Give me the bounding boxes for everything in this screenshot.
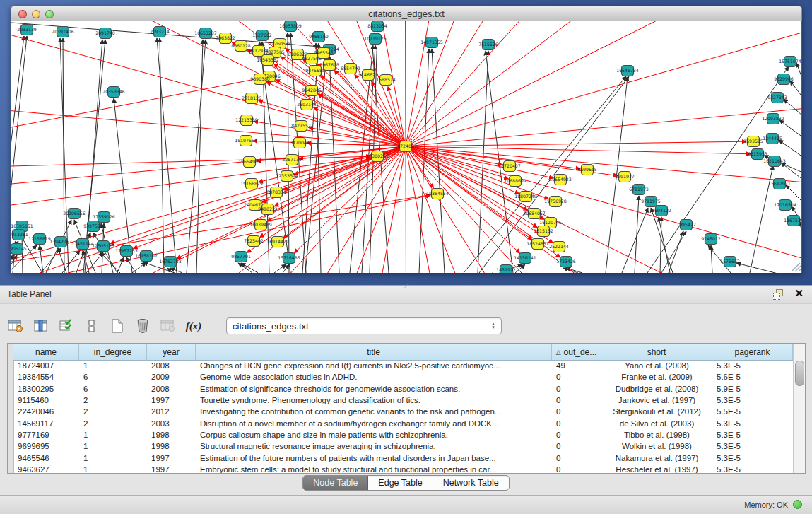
table-cell[interactable]: 9463627 [13, 465, 79, 473]
table-cell[interactable]: 1 [79, 442, 147, 450]
table-cell[interactable]: Nakamura et al. (1997) [601, 454, 712, 462]
table-cell[interactable]: 1998 [147, 442, 196, 450]
table-cell[interactable]: Investigating the contribution of common… [196, 407, 552, 416]
table-cell[interactable]: 9465546 [13, 454, 79, 462]
table-cell[interactable]: 5.3E-5 [712, 361, 793, 370]
table-cell[interactable]: 18724007 [13, 361, 79, 370]
table-row[interactable]: 2242004622012Investigating the contribut… [13, 406, 793, 417]
column-header-year[interactable]: year [147, 344, 196, 360]
table-cell[interactable]: Tibbo et al. (1998) [601, 431, 712, 439]
table-cell[interactable]: Structural magnetic resonance image aver… [196, 442, 552, 450]
table-cell[interactable]: 0 [552, 442, 601, 450]
table-cell[interactable]: 0 [552, 454, 601, 462]
table-cell[interactable]: 22420046 [13, 407, 79, 416]
table-cell[interactable]: Tourette syndrome. Phenomenology and cla… [196, 396, 552, 404]
table-cell[interactable]: 5.5E-5 [712, 407, 793, 416]
float-panel-icon[interactable] [773, 289, 784, 299]
table-cell[interactable]: 2008 [147, 361, 196, 370]
table-cell[interactable]: 9115460 [13, 396, 79, 404]
tab-edge-table[interactable]: Edge Table [368, 476, 433, 490]
table-cell[interactable]: 0 [552, 396, 601, 404]
column-header-pagerank[interactable]: pagerank [712, 344, 793, 360]
table-cell[interactable]: 0 [552, 419, 601, 428]
table-cell[interactable]: Wolkin et al. (1998) [601, 442, 712, 450]
memory-ok-icon[interactable] [793, 500, 802, 509]
table-cell[interactable]: 9777169 [13, 431, 79, 439]
table-cell[interactable]: 2009 [147, 373, 196, 381]
table-cell[interactable]: Hescheler et al. (1997) [601, 465, 712, 473]
column-header-out_de[interactable]: △out_de... [552, 344, 601, 360]
table-cell[interactable]: 1 [79, 454, 147, 462]
table-cell[interactable]: 2003 [147, 419, 196, 428]
table-cell[interactable]: 9699695 [13, 442, 79, 450]
table-cell[interactable]: 1 [79, 431, 147, 439]
table-row[interactable]: 1830029562008Estimation of significance … [13, 383, 793, 395]
table-cell[interactable]: Genome-wide association studies in ADHD. [196, 373, 552, 381]
table-row[interactable]: 946554611997Estimation of the future num… [13, 452, 793, 463]
table-cell[interactable]: Stergiakouli et al. (2012) [601, 407, 712, 416]
table-cell[interactable]: Embryonic stem cells: a model to study s… [196, 465, 552, 473]
table-row[interactable]: 946362711997Embryonic stem cells: a mode… [13, 464, 793, 473]
table-cell[interactable]: Yano et al. (2008) [601, 361, 712, 370]
table-scrollbar[interactable] [793, 344, 805, 473]
table-cell[interactable]: Estimation of the future numbers of pati… [196, 454, 552, 462]
table-cell[interactable]: 0 [552, 465, 601, 473]
table-row[interactable]: 911546021997Tourette syndrome. Phenomeno… [13, 395, 793, 406]
table-cell[interactable]: 5.3E-5 [712, 419, 793, 428]
table-cell[interactable]: 5.3E-5 [712, 442, 793, 450]
new-table-icon[interactable] [109, 317, 126, 334]
tab-node-table[interactable]: Node Table [303, 476, 368, 490]
table-cell[interactable]: Estimation of significance thresholds fo… [196, 385, 552, 393]
table-cell[interactable]: 6 [79, 373, 147, 381]
table-cell[interactable]: 1997 [147, 396, 196, 404]
column-header-in_degree[interactable]: in_degree [79, 344, 147, 360]
table-cell[interactable]: 0 [552, 431, 601, 439]
column-header-name[interactable]: name [13, 344, 79, 360]
close-panel-icon[interactable]: ✕ [794, 287, 804, 300]
table-cell[interactable]: 0 [552, 373, 601, 381]
table-cell[interactable]: 2012 [147, 407, 196, 416]
table-cell[interactable]: 2008 [147, 385, 196, 393]
table-cell[interactable]: 0 [552, 407, 601, 416]
table-cell[interactable]: Franke et al. (2009) [601, 373, 712, 381]
import-table-icon[interactable] [160, 317, 177, 334]
table-row[interactable]: 969969511998Structural magnetic resonanc… [13, 440, 793, 452]
network-canvas[interactable]: 2033139203914062091740209371410653287152… [11, 21, 802, 273]
table-cell[interactable]: 1 [79, 465, 147, 473]
table-cell[interactable]: 14569117 [13, 419, 79, 428]
table-cell[interactable]: 5.3E-5 [712, 465, 793, 473]
table-cell[interactable]: 5.9E-5 [712, 385, 793, 393]
panel-split-grip[interactable]: ⟋ [404, 283, 413, 289]
table-cell[interactable]: 1997 [147, 454, 196, 462]
column-header-title[interactable]: title [196, 344, 552, 360]
table-cell[interactable]: Disruption of a novel member of a sodium… [196, 419, 552, 428]
table-cell[interactable]: 19384554 [13, 373, 79, 381]
table-row[interactable]: 977716911998Corpus callosum shape and si… [13, 429, 793, 440]
column-header-short[interactable]: short [601, 344, 712, 360]
scrollbar-thumb[interactable] [795, 361, 804, 386]
row-height-icon[interactable] [83, 317, 100, 334]
table-cell[interactable]: 5.3E-5 [712, 431, 793, 439]
show-column-icon[interactable] [33, 317, 49, 334]
table-cell[interactable]: 1 [79, 361, 147, 370]
table-cell[interactable]: Corpus callosum shape and size in male p… [196, 431, 552, 439]
table-cell[interactable]: 49 [552, 361, 601, 370]
table-cell[interactable]: 1998 [147, 431, 196, 439]
table-cell[interactable]: 18300295 [13, 385, 79, 393]
table-cell[interactable]: 1997 [147, 465, 196, 473]
table-cell[interactable]: de Silva et al. (2003) [601, 419, 712, 428]
table-row[interactable]: 1456911722003Disruption of a novel membe… [13, 417, 793, 428]
select-columns-icon[interactable] [58, 317, 75, 334]
table-cell[interactable]: 2 [79, 396, 147, 404]
delete-table-icon[interactable] [134, 317, 151, 334]
table-cell[interactable]: 5.6E-5 [712, 373, 793, 381]
table-row[interactable]: 1938455462009Genome-wide association stu… [13, 371, 793, 382]
window-titlebar[interactable]: citations_edges.txt [11, 6, 802, 21]
function-builder-icon[interactable]: f(x) [185, 317, 202, 334]
table-cell[interactable]: Jankovic et al. (1997) [601, 396, 712, 404]
table-cell[interactable]: Dudbridge et al. (2008) [601, 385, 712, 393]
canvas-resize-grip[interactable] [792, 263, 801, 271]
table-cell[interactable]: 5.3E-5 [712, 396, 793, 404]
tab-network-table[interactable]: Network Table [433, 476, 509, 490]
table-row[interactable]: 1872400712008Changes of HCN gene express… [13, 360, 793, 371]
